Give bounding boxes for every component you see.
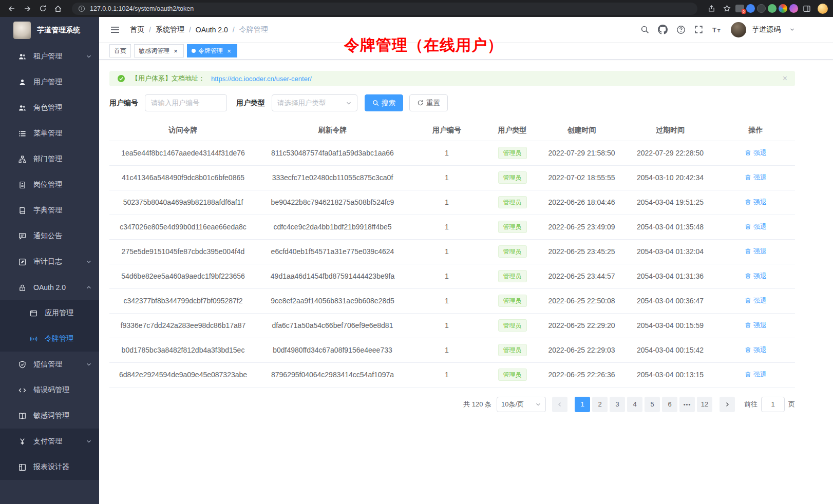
user-menu-caret-icon[interactable] <box>789 27 795 32</box>
force-logout-button[interactable]: 强退 <box>745 370 767 379</box>
page-number-button-5[interactable]: 5 <box>645 397 660 412</box>
user-id-cell: 1 <box>408 190 485 215</box>
page-number-button-3[interactable]: 3 <box>610 397 625 412</box>
fullscreen-icon[interactable] <box>694 25 703 34</box>
sidebar-item-9[interactable]: 审计日志 <box>0 249 99 275</box>
breadcrumb-item-1[interactable]: 首页 <box>130 25 144 34</box>
doc-link[interactable]: https://doc.iocoder.cn/user-center/ <box>211 75 312 83</box>
prev-page-button[interactable] <box>552 397 567 412</box>
tab-1[interactable]: 首页 <box>109 44 131 57</box>
extension-with-badge-icon[interactable]: 0 <box>735 5 744 12</box>
chevron-down-icon <box>86 361 92 367</box>
column-header-5: 创建时间 <box>539 121 624 141</box>
page-size-select[interactable]: 10条/页 <box>497 397 546 412</box>
browser-reload-icon[interactable] <box>36 2 49 15</box>
expire-time-cell: 2054-03-10 20:42:34 <box>624 165 716 190</box>
browser-forward-icon[interactable] <box>21 2 34 15</box>
action-cell: 强退 <box>716 190 795 215</box>
tab-3[interactable]: 令牌管理× <box>187 44 237 57</box>
sidebar-item-13[interactable]: 短信管理 <box>0 352 99 377</box>
search-icon[interactable] <box>640 25 649 34</box>
user-name[interactable]: 芋道源码 <box>752 25 781 34</box>
extension-green-icon[interactable] <box>768 4 777 13</box>
reset-button[interactable]: 重置 <box>409 94 448 111</box>
force-logout-button[interactable]: 强退 <box>745 198 767 207</box>
created-time-cell: 2022-06-25 22:29:20 <box>539 313 624 338</box>
refresh-token-cell: cdfc4ce9c2da4bb1bdf21b9918ff4be5 <box>257 215 408 239</box>
sidebar-item-2[interactable]: 用户管理 <box>0 69 99 95</box>
page-number-button-1[interactable]: 1 <box>575 397 590 412</box>
search-button[interactable]: 搜索 <box>365 94 403 111</box>
page-number-button-4[interactable]: 4 <box>627 397 642 412</box>
force-logout-button[interactable]: 强退 <box>745 272 767 281</box>
force-logout-button[interactable]: 强退 <box>745 247 767 256</box>
force-logout-label: 强退 <box>753 148 767 158</box>
bookmark-star-icon[interactable] <box>720 2 733 15</box>
sidebar-item-8[interactable]: 通知公告 <box>0 223 99 249</box>
sidebar-collapse-icon[interactable] <box>107 23 123 37</box>
browser-back-icon[interactable] <box>5 2 18 15</box>
user-type-select[interactable]: 请选择用户类型 <box>272 94 357 111</box>
sidebar-item-4[interactable]: 菜单管理 <box>0 121 99 146</box>
user-avatar[interactable] <box>731 22 746 37</box>
page-number-button-12[interactable]: 12 <box>697 397 712 412</box>
force-logout-button[interactable]: 强退 <box>745 296 767 305</box>
sidebar-item-7[interactable]: 字典管理 <box>0 198 99 223</box>
breadcrumb-item-2[interactable]: 系统管理 <box>156 25 184 34</box>
sidebar-item-17[interactable]: 报表设计器 <box>0 454 99 480</box>
sidebar-item-15[interactable]: 敏感词管理 <box>0 403 99 429</box>
sidebar-item-3[interactable]: 角色管理 <box>0 95 99 121</box>
force-logout-button[interactable]: 强退 <box>745 345 767 355</box>
sidebar-item-12[interactable]: 令牌管理 <box>0 326 99 352</box>
tab-close-icon[interactable]: × <box>225 47 233 54</box>
extension-dark-icon[interactable] <box>757 4 766 13</box>
table-row: 275e5de9151045fe87cbdc395e004f4de6cfd40e… <box>109 239 795 264</box>
page-ellipsis-button[interactable]: ••• <box>679 397 695 412</box>
extension-purple-icon[interactable] <box>789 4 798 13</box>
sidebar-item-5[interactable]: 部门管理 <box>0 146 99 172</box>
sidebar-item-11[interactable]: 应用管理 <box>0 300 99 326</box>
app-logo-row[interactable]: 芋道管理系统 <box>0 17 99 44</box>
tab-close-icon[interactable]: × <box>172 47 179 54</box>
browser-address-bar[interactable]: 127.0.0.1:1024/system/oauth2/token <box>72 3 697 15</box>
browser-profile-avatar[interactable] <box>818 4 828 14</box>
column-header-7: 操作 <box>716 121 795 141</box>
sidebar-item-label: 审计日志 <box>33 257 62 266</box>
alert-close-icon[interactable]: × <box>783 74 787 83</box>
sidebar-item-14[interactable]: 错误码管理 <box>0 377 99 403</box>
tab-2[interactable]: 敏感词管理× <box>134 44 184 57</box>
force-logout-button[interactable]: 强退 <box>745 148 767 158</box>
main-area: 首页/系统管理/OAuth 2.0/令牌管理 TT 芋道源码 <box>99 17 833 504</box>
extension-pinwheel-icon[interactable] <box>779 4 787 13</box>
share-icon[interactable] <box>705 2 718 15</box>
breadcrumb-item-3[interactable]: OAuth 2.0 <box>196 26 228 34</box>
sidebar-item-10[interactable]: OAuth 2.0 <box>0 275 99 300</box>
sidebar-item-6[interactable]: 岗位管理 <box>0 172 99 198</box>
refresh-token-cell: b0df4980ffd34c67a08f9156e4eee733 <box>257 338 408 362</box>
force-logout-button[interactable]: 强退 <box>745 173 767 182</box>
goto-page-input[interactable] <box>761 397 785 412</box>
site-info-icon[interactable] <box>78 5 85 12</box>
font-size-icon[interactable]: TT <box>712 26 722 34</box>
browser-home-icon[interactable] <box>51 2 65 15</box>
next-page-button[interactable] <box>720 397 735 412</box>
sidebar-item-label: 令牌管理 <box>45 334 73 343</box>
user-type-cell: 管理员 <box>485 165 539 190</box>
sidebar-item-16[interactable]: 支付管理 <box>0 429 99 454</box>
side-panel-icon[interactable] <box>800 2 813 15</box>
goto-suffix: 页 <box>788 400 795 409</box>
page-number-button-2[interactable]: 2 <box>592 397 608 412</box>
page-number-button-6[interactable]: 6 <box>662 397 677 412</box>
sidebar-item-1[interactable]: 租户管理 <box>0 44 99 69</box>
extension-blue-icon[interactable] <box>746 4 755 13</box>
github-icon[interactable] <box>658 25 668 34</box>
user-type-cell: 管理员 <box>485 288 539 313</box>
user-id-input[interactable] <box>145 94 227 111</box>
created-time-cell: 2022-06-25 23:44:57 <box>539 264 624 288</box>
force-logout-button[interactable]: 强退 <box>745 321 767 330</box>
refresh-token-cell: 9ce8ef2aa9f14056b831ae9b608e28d5 <box>257 288 408 313</box>
table-row: f9336e7c7dd242a283ee98dc86b17a87dfa6c71a… <box>109 313 795 338</box>
force-logout-button[interactable]: 强退 <box>745 222 767 231</box>
help-icon[interactable] <box>676 25 686 34</box>
post-badge-icon <box>18 181 26 189</box>
